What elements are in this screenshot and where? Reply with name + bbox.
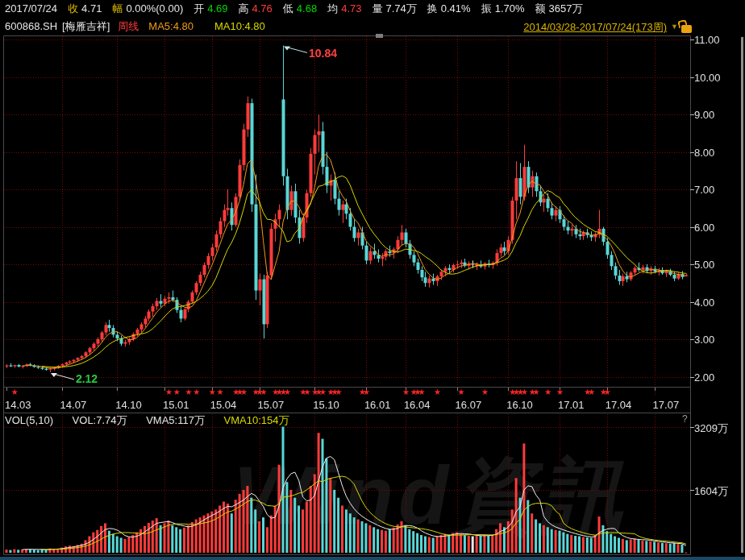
range-controls: 2014/03/28-2017/07/24(173周) ▼ — [523, 21, 692, 33]
event-star-icon[interactable]: ★ — [173, 388, 181, 396]
quote-field: 低4.68 — [283, 2, 317, 15]
volume-tick-label: 1604万 — [694, 484, 728, 499]
time-tick-label: 14.10 — [115, 399, 142, 411]
event-star-icon[interactable]: ★ — [260, 388, 268, 396]
wind-terminal-window: Wind資訊 2017/07/24 收4.71幅0.00%(0.00)开4.69… — [0, 0, 745, 560]
event-star-icon[interactable]: ★ — [588, 388, 595, 396]
time-tick-label: 15.07 — [258, 399, 285, 411]
quote-field: 幅0.00%(0.00) — [112, 2, 183, 15]
event-star-icon[interactable]: ★ — [418, 388, 426, 396]
event-star-icon[interactable]: ★ — [544, 388, 551, 396]
quote-field: 高4.76 — [239, 2, 273, 15]
volume-indicator-label[interactable]: VOL(5,10) — [5, 414, 53, 426]
time-tick-label: 14.07 — [60, 399, 87, 411]
event-star-icon[interactable]: ★ — [604, 388, 611, 396]
event-star-icon[interactable]: ★ — [240, 388, 248, 396]
quote-fields: 收4.71幅0.00%(0.00)开4.69高4.76低4.68均4.73量7.… — [68, 2, 593, 15]
price-tick-label: 10.00 — [694, 72, 721, 84]
time-tick-label: 15.01 — [163, 399, 189, 411]
vma5-legend: VMA5:117万 — [146, 414, 205, 426]
quote-field: 额3657万 — [535, 2, 583, 15]
chevron-down-icon[interactable]: ▼ — [671, 21, 678, 33]
price-tick-label: 7.00 — [694, 184, 714, 196]
time-tick-label: 14.03 — [5, 399, 31, 411]
stock-name: [梅雁吉祥] — [62, 20, 110, 32]
time-tick-label: 17.04 — [606, 399, 632, 411]
event-star-icon[interactable]: ★ — [402, 388, 410, 396]
quote-field: 收4.71 — [68, 2, 102, 15]
price-tick-label: 5.00 — [694, 259, 714, 271]
time-tick-label: 15.10 — [313, 399, 339, 411]
price-tick-label: 8.00 — [694, 147, 714, 159]
event-star-icon[interactable]: ★ — [533, 388, 540, 396]
event-star-icon[interactable]: ★ — [193, 388, 200, 396]
event-star-icon[interactable]: ★ — [11, 388, 19, 396]
quote-field: 开4.69 — [194, 2, 227, 15]
event-star-icon[interactable]: ★ — [217, 388, 224, 396]
event-star-icon[interactable]: ★ — [458, 388, 465, 396]
ma5-legend: MA5:4.80 — [148, 20, 194, 32]
ma10-legend: MA10:4.80 — [214, 20, 265, 32]
bottom-border — [0, 557, 745, 560]
time-tick-label: 17.07 — [653, 399, 680, 411]
volume-value-label: VOL:7.74万 — [73, 414, 127, 426]
quote-bar: 2017/07/24 收4.71幅0.00%(0.00)开4.69高4.76低4… — [5, 2, 593, 15]
event-star-icon[interactable]: ★ — [556, 388, 564, 396]
stock-symbol: 600868.SH — [5, 20, 57, 32]
event-star-icon[interactable]: ★ — [363, 388, 370, 396]
scrollbar[interactable] — [741, 37, 743, 553]
volume-tick-label: 3209万 — [694, 421, 728, 436]
price-tick-label: 9.00 — [694, 109, 714, 121]
event-star-icon[interactable]: ★ — [165, 388, 173, 396]
quote-date: 2017/07/24 — [5, 2, 57, 15]
time-tick-label: 16.10 — [506, 399, 533, 411]
time-tick-label: 16.07 — [456, 399, 482, 411]
unlock-icon[interactable] — [681, 25, 692, 33]
event-star-icon[interactable]: ★ — [521, 388, 528, 396]
price-annotation: 10.84 — [309, 47, 337, 60]
event-star-icon[interactable]: ★ — [284, 388, 291, 396]
quote-field: 量7.74万 — [372, 2, 416, 15]
event-star-icon[interactable]: ★ — [185, 388, 192, 396]
time-tick-label: 15.04 — [210, 399, 237, 411]
price-annotation: 2.12 — [76, 372, 98, 385]
quote-field: 振1.70% — [481, 2, 525, 15]
time-tick-label: 16.04 — [404, 399, 431, 411]
time-tick-label: 17.01 — [558, 399, 585, 411]
event-star-icon[interactable]: ★ — [335, 388, 343, 396]
event-star-icon[interactable]: ★ — [434, 388, 441, 396]
event-star-icon[interactable]: ★ — [481, 388, 489, 396]
event-star-icon[interactable]: ★ — [303, 388, 310, 396]
help-icon[interactable]: ? — [682, 413, 688, 425]
price-tick-label: 3.00 — [694, 334, 714, 346]
period-label[interactable]: 周线 — [118, 20, 139, 32]
quote-field: 均4.73 — [327, 2, 361, 15]
chart-title-bar: 600868.SH [梅雁吉祥] 周线 MA5:4.80 MA10:4.80 — [5, 20, 265, 32]
price-tick-label: 11.00 — [694, 34, 720, 46]
quote-field: 换0.41% — [427, 2, 471, 15]
time-tick-label: 16.01 — [364, 399, 391, 411]
date-range-link[interactable]: 2014/03/28-2017/07/24(173周) — [523, 21, 667, 33]
price-tick-label: 6.00 — [694, 222, 714, 234]
chart-canvas[interactable] — [0, 0, 745, 560]
event-star-icon[interactable]: ★ — [319, 388, 327, 396]
pane-splitter-handle[interactable] — [376, 34, 383, 38]
price-tick-label: 2.00 — [694, 371, 714, 384]
vma10-legend: VMA10:154万 — [224, 414, 289, 426]
event-star-icon[interactable]: ★ — [209, 388, 216, 396]
price-tick-label: 4.00 — [694, 297, 714, 309]
volume-header: VOL(5,10) VOL:7.74万 VMA5:117万 VMA10:154万 — [5, 414, 305, 426]
